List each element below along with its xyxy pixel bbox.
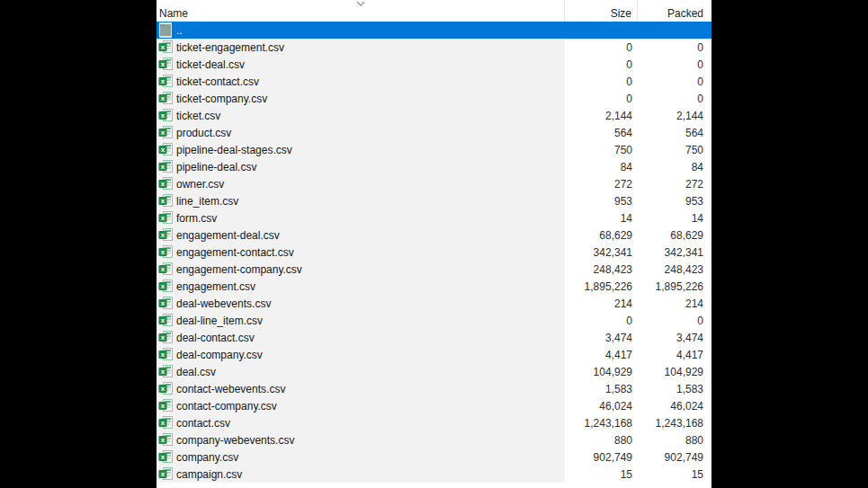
svg-text:x: x: [161, 470, 166, 478]
file-size: 1,243,168: [565, 414, 638, 431]
table-row[interactable]: x ticket-company.csv 0 0: [157, 90, 711, 107]
table-row[interactable]: x contact-company.csv 46,024 46,024: [157, 397, 711, 414]
svg-text:x: x: [161, 436, 166, 444]
file-name: engagement-contact.csv: [176, 246, 294, 259]
file-packed: 1,583: [638, 380, 711, 397]
file-name: deal.csv: [176, 366, 216, 378]
table-row[interactable]: x deal-line_item.csv 0 0: [157, 312, 711, 329]
table-row[interactable]: x engagement-company.csv 248,423 248,423: [157, 261, 711, 278]
file-name: pipeline-deal.csv: [176, 161, 256, 173]
table-row[interactable]: x deal-contact.csv 3,474 3,474: [157, 329, 711, 346]
letterbox-right: [711, 0, 868, 488]
excel-csv-icon: x: [158, 382, 173, 395]
table-row[interactable]: x campaign.csv 15 15: [157, 466, 711, 483]
up-folder-icon: [158, 23, 173, 37]
svg-text:x: x: [161, 214, 166, 222]
excel-csv-icon: x: [158, 279, 173, 293]
table-row[interactable]: x deal-webevents.csv 214 214: [157, 295, 711, 312]
excel-csv-icon: x: [158, 160, 173, 173]
table-row[interactable]: x pipeline-deal.csv 84 84: [157, 158, 711, 175]
file-name: deal-contact.csv: [176, 332, 255, 344]
svg-text:x: x: [161, 77, 166, 85]
file-name: deal-company.csv: [176, 349, 263, 361]
file-packed: 14: [638, 209, 711, 226]
file-name-cell: x engagement-deal.csv: [157, 226, 565, 244]
file-packed: 214: [638, 295, 711, 312]
file-size: 1,583: [565, 380, 638, 397]
file-size: 46,024: [565, 397, 638, 414]
file-name: contact-webevents.csv: [176, 383, 285, 395]
svg-text:x: x: [161, 385, 166, 393]
file-packed: 84: [638, 158, 711, 175]
table-row[interactable]: x pipeline-deal-stages.csv 750 750: [157, 141, 711, 158]
excel-csv-icon: x: [158, 109, 173, 122]
file-name-cell: x ticket-engagement.csv: [157, 39, 565, 56]
file-name: engagement.csv: [176, 280, 255, 293]
svg-text:x: x: [161, 316, 166, 324]
file-packed: 902,749: [638, 448, 711, 466]
file-size: 902,749: [565, 448, 638, 466]
file-packed: 750: [638, 141, 711, 158]
file-list: .. x ticket-engagement.csv 0 0 x ticket-…: [157, 22, 711, 483]
excel-csv-icon: x: [158, 40, 173, 54]
table-row[interactable]: x line_item.csv 953 953: [157, 192, 711, 209]
table-row[interactable]: x company-webevents.csv 880 880: [157, 431, 711, 448]
table-row[interactable]: x form.csv 14 14: [157, 209, 711, 226]
chevron-down-icon: [354, 0, 367, 8]
file-size: 2,144: [565, 107, 638, 124]
table-row[interactable]: x engagement.csv 1,895,226 1,895,226: [157, 278, 711, 295]
file-name-cell: x ticket-company.csv: [157, 90, 565, 107]
file-packed: 564: [638, 124, 711, 141]
svg-text:x: x: [161, 231, 166, 239]
table-row[interactable]: x product.csv 564 564: [157, 124, 711, 141]
file-size: 214: [565, 295, 638, 312]
column-header-size[interactable]: Size: [565, 0, 638, 22]
table-row[interactable]: x engagement-contact.csv 342,341 342,341: [157, 244, 711, 261]
table-row[interactable]: x owner.csv 272 272: [157, 175, 711, 192]
excel-csv-icon: x: [158, 399, 173, 413]
file-name: ticket-engagement.csv: [176, 41, 284, 54]
table-row[interactable]: x deal-company.csv 4,417 4,417: [157, 346, 711, 363]
table-row[interactable]: x ticket-engagement.csv 0 0: [157, 39, 711, 56]
table-row[interactable]: x engagement-deal.csv 68,629 68,629: [157, 226, 711, 244]
table-row[interactable]: x contact-webevents.csv 1,583 1,583: [157, 380, 711, 397]
file-name-cell: x form.csv: [157, 209, 565, 226]
file-name-cell: ..: [157, 22, 565, 39]
column-header-size-label: Size: [611, 7, 631, 20]
svg-text:x: x: [161, 333, 166, 342]
file-size: 342,341: [565, 244, 638, 261]
file-size: 564: [565, 124, 638, 141]
file-size: 0: [565, 39, 638, 56]
excel-csv-icon: x: [158, 211, 173, 225]
file-name: campaign.csv: [176, 468, 242, 481]
svg-text:x: x: [161, 163, 166, 171]
file-name: line_item.csv: [176, 195, 238, 208]
file-name: contact.csv: [176, 417, 230, 430]
table-row[interactable]: x deal.csv 104,929 104,929: [157, 363, 711, 380]
file-size: 880: [565, 431, 638, 448]
file-name: engagement-deal.csv: [176, 229, 280, 242]
table-row[interactable]: x company.csv 902,749 902,749: [157, 448, 711, 466]
file-packed: 68,629: [638, 226, 711, 244]
table-row[interactable]: ..: [157, 22, 711, 39]
file-name-cell: x engagement-company.csv: [157, 261, 565, 278]
excel-csv-icon: x: [158, 126, 173, 139]
file-name: contact-company.csv: [176, 400, 277, 413]
file-name-cell: x owner.csv: [157, 175, 565, 192]
table-row[interactable]: x ticket-contact.csv 0 0: [157, 73, 711, 90]
file-packed: 248,423: [638, 261, 711, 278]
column-header-packed[interactable]: Packed: [638, 0, 711, 22]
file-name: owner.csv: [176, 178, 224, 191]
svg-text:x: x: [161, 299, 166, 307]
file-size: 953: [565, 192, 638, 209]
file-name-cell: x ticket.csv: [157, 107, 565, 124]
excel-csv-icon: x: [158, 143, 173, 156]
table-row[interactable]: x ticket-deal.csv 0 0: [157, 56, 711, 73]
table-row[interactable]: x contact.csv 1,243,168 1,243,168: [157, 414, 711, 431]
file-name-cell: x engagement-contact.csv: [157, 244, 565, 261]
svg-text:x: x: [161, 180, 166, 188]
file-packed: 1,243,168: [638, 414, 711, 431]
svg-text:x: x: [161, 402, 166, 410]
file-name-cell: x deal-contact.csv: [157, 329, 565, 346]
table-row[interactable]: x ticket.csv 2,144 2,144: [157, 107, 711, 124]
